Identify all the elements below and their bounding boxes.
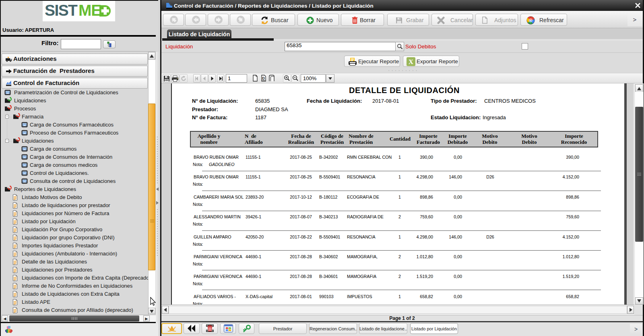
svg-text:D: D bbox=[262, 76, 265, 80]
svg-text:X: X bbox=[409, 58, 414, 66]
